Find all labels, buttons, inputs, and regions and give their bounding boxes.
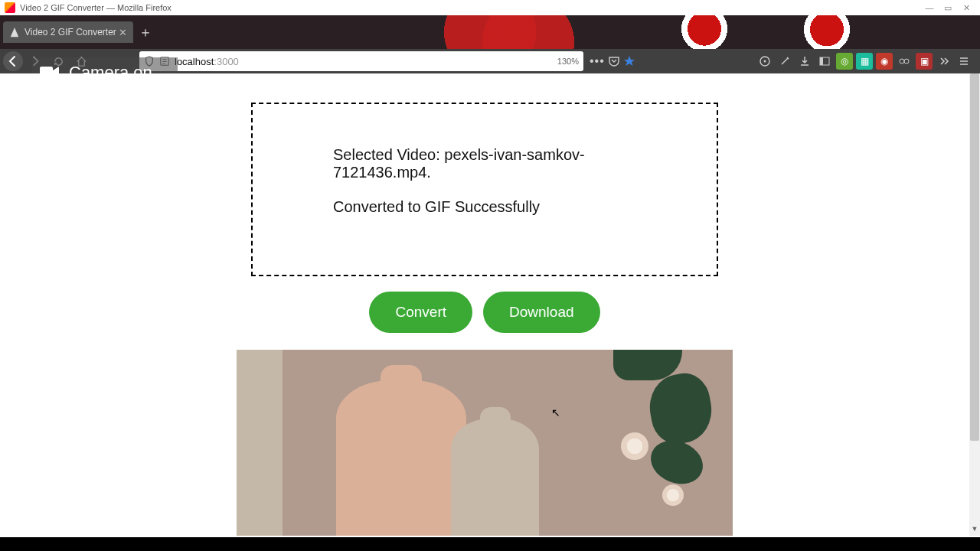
scroll-down-icon[interactable]: ▼	[969, 525, 980, 536]
svg-point-6	[764, 60, 766, 63]
browser-tab-strip: Video 2 GIF Converter ✕ ＋	[0, 15, 980, 49]
toolbar-overflow-icon[interactable]	[936, 53, 952, 70]
ext-target-icon[interactable]	[756, 53, 773, 70]
ext-red-2-icon[interactable]: ▣	[916, 53, 933, 70]
mouse-cursor-icon: ↖	[551, 406, 560, 419]
url-port: :3000	[214, 56, 239, 67]
ext-green-icon[interactable]: ◎	[836, 53, 853, 70]
drop-zone[interactable]: Selected Video: pexels-ivan-samkov-71214…	[251, 103, 718, 276]
tab-close-icon[interactable]: ✕	[119, 27, 127, 38]
toolbar-extensions: ◎ ▦ ◉ ▣	[756, 53, 977, 70]
firefox-icon	[5, 2, 15, 13]
svg-rect-8	[820, 57, 823, 65]
action-buttons: Convert Download	[0, 292, 969, 333]
bottom-letterbox	[0, 537, 980, 551]
window-title: Video 2 GIF Converter — Mozilla Firefox	[20, 3, 172, 12]
page-viewport: Selected Video: pexels-ivan-samkov-71214…	[0, 73, 969, 536]
zoom-level[interactable]: 130%	[557, 57, 579, 66]
tab-title: Video 2 GIF Converter	[24, 27, 119, 37]
hamburger-menu-icon[interactable]	[956, 53, 972, 70]
window-minimize-button[interactable]: —	[920, 3, 939, 12]
window-close-button[interactable]: ✕	[957, 3, 975, 13]
scrollbar-thumb[interactable]	[970, 73, 979, 441]
pocket-icon[interactable]	[608, 55, 620, 67]
bookmark-star-icon[interactable]	[623, 55, 635, 67]
page-actions-button[interactable]: •••	[590, 54, 605, 68]
ext-red-1-icon[interactable]: ◉	[876, 53, 893, 70]
ext-sidebar-icon[interactable]	[816, 53, 833, 70]
gif-preview	[237, 350, 733, 536]
tab-favicon	[9, 27, 20, 37]
new-tab-button[interactable]: ＋	[136, 23, 155, 41]
svg-point-9	[900, 59, 904, 64]
convert-button[interactable]: Convert	[369, 292, 472, 333]
browser-tab-active[interactable]: Video 2 GIF Converter ✕	[3, 21, 133, 43]
url-bar[interactable]: localhost:3000 130%	[139, 51, 583, 71]
vertical-scrollbar[interactable]: ▲ ▼	[969, 73, 980, 536]
os-titlebar: Video 2 GIF Converter — Mozilla Firefox …	[0, 0, 980, 15]
ext-grid-icon[interactable]: ▦	[856, 53, 873, 70]
ext-wand-icon[interactable]	[776, 53, 793, 70]
page-actions: •••	[590, 54, 635, 68]
download-button[interactable]: Download	[483, 292, 600, 333]
svg-point-10	[904, 59, 909, 64]
url-host: localhost	[175, 56, 214, 67]
window-maximize-button[interactable]: ▭	[939, 3, 957, 13]
back-button[interactable]	[3, 51, 23, 71]
svg-marker-0	[11, 28, 19, 37]
ext-link-icon[interactable]	[896, 53, 913, 70]
status-text: Converted to GIF Successfully	[333, 198, 636, 216]
ext-download-icon[interactable]	[796, 53, 813, 70]
selected-video-text: Selected Video: pexels-ivan-samkov-71214…	[333, 146, 636, 181]
